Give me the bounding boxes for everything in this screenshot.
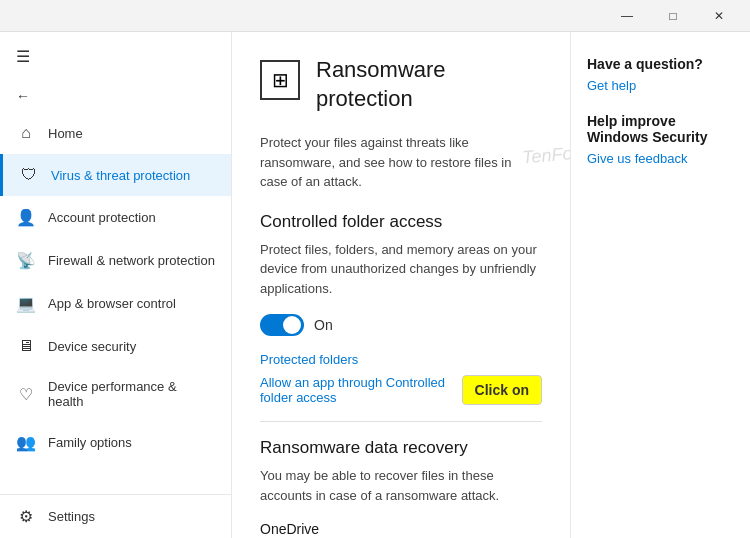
sidebar-item-home[interactable]: ⌂ Home	[0, 112, 231, 154]
section1-title: Controlled folder access	[260, 212, 542, 232]
back-arrow-icon: ←	[16, 88, 30, 104]
controlled-access-toggle[interactable]	[260, 314, 304, 336]
page-title-group: Ransomware protection	[316, 56, 446, 113]
protected-folders-link[interactable]: Protected folders	[260, 352, 542, 367]
click-callout: Click on	[462, 375, 542, 405]
main-content: TenForums.com ⊞ Ransomware protection Pr…	[232, 32, 570, 538]
page-header: ⊞ Ransomware protection	[260, 56, 542, 113]
device-security-label: Device security	[48, 339, 136, 354]
device-security-icon: 🖥	[16, 337, 36, 355]
home-icon: ⌂	[16, 124, 36, 142]
minimize-button[interactable]: —	[604, 0, 650, 32]
onedrive-name: OneDrive	[260, 521, 542, 537]
settings-icon: ⚙	[16, 507, 36, 526]
virus-label: Virus & threat protection	[51, 168, 190, 183]
section1-desc: Protect files, folders, and memory areas…	[260, 240, 542, 299]
account-label: Account protection	[48, 210, 156, 225]
app-browser-label: App & browser control	[48, 296, 176, 311]
page-title: Ransomware protection	[316, 56, 446, 113]
sidebar-item-family[interactable]: 👥 Family options	[0, 421, 231, 464]
sidebar-item-virus[interactable]: 🛡 Virus & threat protection	[0, 154, 231, 196]
feedback-link[interactable]: Give us feedback	[587, 151, 734, 166]
sidebar-top: ☰	[0, 32, 231, 80]
sidebar-item-settings[interactable]: ⚙ Settings	[0, 495, 231, 538]
allow-app-link[interactable]: Allow an app through Controlled folder a…	[260, 375, 452, 405]
close-button[interactable]: ✕	[696, 0, 742, 32]
device-performance-icon: ♡	[16, 385, 36, 404]
section2-title: Ransomware data recovery	[260, 438, 542, 458]
device-performance-label: Device performance & health	[48, 379, 215, 409]
sidebar-item-account[interactable]: 👤 Account protection	[0, 196, 231, 239]
family-icon: 👥	[16, 433, 36, 452]
window-controls: — □ ✕	[604, 0, 742, 32]
nav-items-container: ⌂ Home 🛡 Virus & threat protection 👤 Acc…	[0, 112, 231, 464]
sidebar: ☰ ← ⌂ Home 🛡 Virus & threat protection 👤…	[0, 32, 232, 538]
right-improve-title: Help improve Windows Security	[587, 113, 734, 145]
allow-app-link-row: Allow an app through Controlled folder a…	[260, 375, 542, 405]
toggle-row: On	[260, 314, 542, 336]
maximize-button[interactable]: □	[650, 0, 696, 32]
right-panel: Have a question? Get help Help improve W…	[570, 32, 750, 538]
back-button[interactable]: ←	[0, 80, 231, 112]
section-divider	[260, 421, 542, 422]
section2-desc: You may be able to recover files in thes…	[260, 466, 542, 505]
family-label: Family options	[48, 435, 132, 450]
virus-icon: 🛡	[19, 166, 39, 184]
hamburger-icon[interactable]: ☰	[16, 47, 30, 66]
settings-label: Settings	[48, 509, 95, 524]
firewall-icon: 📡	[16, 251, 36, 270]
account-icon: 👤	[16, 208, 36, 227]
page-description: Protect your files against threats like …	[260, 133, 542, 192]
firewall-label: Firewall & network protection	[48, 253, 215, 268]
onedrive-section: OneDrive Microsoft Account Free account …	[260, 521, 542, 538]
title-bar: — □ ✕	[0, 0, 750, 32]
sidebar-item-firewall[interactable]: 📡 Firewall & network protection	[0, 239, 231, 282]
get-help-link[interactable]: Get help	[587, 78, 734, 93]
app-container: ☰ ← ⌂ Home 🛡 Virus & threat protection 👤…	[0, 32, 750, 538]
ransomware-icon: ⊞	[260, 60, 300, 100]
sidebar-bottom: ⚙ Settings	[0, 494, 231, 538]
home-label: Home	[48, 126, 83, 141]
app-browser-icon: 💻	[16, 294, 36, 313]
toggle-label: On	[314, 317, 333, 333]
sidebar-item-device-performance[interactable]: ♡ Device performance & health	[0, 367, 231, 421]
right-question-title: Have a question?	[587, 56, 734, 72]
sidebar-item-app-browser[interactable]: 💻 App & browser control	[0, 282, 231, 325]
sidebar-item-device-security[interactable]: 🖥 Device security	[0, 325, 231, 367]
